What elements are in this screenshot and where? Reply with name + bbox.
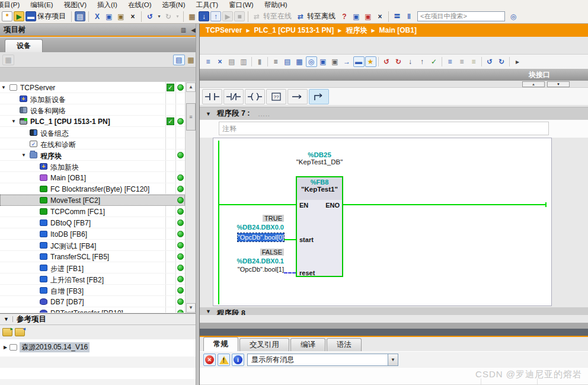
menu-item-5[interactable]: 选项(N) [157, 1, 191, 9]
favorites-icon[interactable]: ★ [365, 56, 376, 67]
new-project-icon[interactable]: * [2, 11, 12, 21]
tree-row[interactable]: MoveTest [FC2] [0, 195, 185, 206]
reference-project-label[interactable]: 森源2019.05.14_V16 [20, 342, 90, 352]
inspector-tab-0[interactable]: 常规 [203, 337, 238, 351]
breadcrumb-item-2[interactable]: 程序块 [346, 26, 367, 36]
print-icon[interactable]: ▤ [75, 11, 85, 21]
start-simulation-icon[interactable]: ▣ [351, 11, 362, 21]
undo-dropdown-icon[interactable]: ▾ [156, 11, 162, 21]
tree-row[interactable]: FC Blocktransfer(Byte) [FC120] [0, 183, 185, 195]
tree-row[interactable]: DBTestTransfer [DB10] [0, 307, 185, 313]
tree-item-label[interactable]: JC测试1 [FB4] [50, 241, 96, 252]
tree-row[interactable]: ▼程序块 [0, 149, 185, 161]
reset-operand[interactable]: FALSE %DB24.DBX0.1 "OpcDb".bool[1] [213, 246, 284, 273]
block-interface-bar[interactable]: 块接口 [200, 69, 588, 81]
more-icon[interactable]: ▸ [512, 56, 523, 67]
absolute-operands-icon[interactable]: ▬ [353, 56, 365, 67]
cut-icon[interactable]: X [92, 11, 103, 21]
operand-symbol-selected[interactable]: "OpcDb".bool[0] [238, 233, 284, 241]
menu-item-7[interactable]: 窗口(W) [223, 1, 259, 9]
inspector-tab-1[interactable]: 交叉引用 [239, 338, 289, 351]
inspector-tab-2[interactable]: 编译 [290, 338, 325, 351]
tree-item-label[interactable]: TransferSCL [FB5] [50, 253, 109, 261]
tree-row[interactable]: +添加新设备 [0, 93, 185, 104]
tree-row[interactable]: +添加新块 [0, 161, 185, 172]
operand-address[interactable]: %DB24.DBX0.0 [213, 223, 284, 231]
ladder-canvas[interactable]: %DB25 "KepTest1_DB" %FB8 "KepTest1" EN E… [213, 138, 552, 306]
tree-item-label[interactable]: 自增 [FB3] [50, 287, 84, 297]
tree-item-label[interactable]: TCPServer [20, 84, 55, 92]
paste-icon[interactable]: ▣ [116, 11, 126, 21]
save-project-icon[interactable]: ▬ [25, 11, 36, 21]
fb-call-block[interactable]: %FB8 "KepTest1" EN ENO start reset [296, 176, 343, 277]
start-pin[interactable]: start [299, 236, 314, 243]
undo-icon[interactable]: ↺ [145, 11, 155, 21]
tree-row[interactable]: DBtoQ [FB7] [0, 217, 185, 228]
add-device-table-icon[interactable]: ▦ [2, 55, 14, 65]
show-errors-icon[interactable]: × [203, 354, 216, 366]
tree-row[interactable]: 上升沿Test [FB2] [0, 273, 185, 285]
tree-row[interactable]: JC测试1 [FB4] [0, 240, 185, 251]
insert-network-icon[interactable]: ≡ [203, 56, 214, 67]
scrollbar-handle[interactable]: ≡ [186, 103, 196, 131]
tree-row[interactable]: ✓在线和诊断 [0, 138, 185, 149]
open-reference-icon[interactable]: ▸ [2, 328, 12, 336]
expander-icon[interactable]: ▼ [1, 85, 6, 90]
instance-db-name[interactable]: "KepTest1_DB" [272, 158, 367, 166]
free-comment-icon[interactable]: ◎ [306, 56, 317, 67]
tree-row[interactable]: ▼PLC_1 [CPU 1513-1 PN]✓ [0, 116, 185, 127]
insert-empty-box-icon[interactable]: ▣ [318, 56, 329, 67]
tree-item-label[interactable]: 上升沿Test [FB2] [50, 275, 104, 285]
interface-expand-icon[interactable]: ▲ [522, 81, 545, 87]
redo-dropdown-icon[interactable]: ▾ [175, 11, 180, 21]
instance-db-label[interactable]: %DB25 "KepTest1_DB" [272, 151, 367, 166]
open-project-icon[interactable]: ▶ [14, 11, 24, 21]
accessible-devices-icon[interactable]: ? [339, 11, 350, 21]
tree-row[interactable]: DB7 [DB7] [0, 296, 185, 307]
tree-item-label[interactable]: DBtoQ [FB7] [50, 219, 91, 227]
tree-item-label[interactable]: MoveTest [FC2] [50, 196, 100, 205]
dependency-structure-icon[interactable]: ≡ [468, 56, 480, 67]
tree-item-label[interactable]: 程序块 [40, 151, 62, 161]
breadcrumb-item-0[interactable]: TCPServer [206, 26, 242, 34]
split-editor-vertical-icon[interactable]: ‖ [404, 11, 414, 21]
show-info-icon[interactable]: i [232, 354, 244, 366]
details-view-icon[interactable]: ▤ [173, 55, 185, 65]
open-all-networks-icon[interactable]: ▤ [282, 56, 293, 67]
network-comment-input[interactable]: 注释 [219, 122, 549, 135]
no-contact-icon[interactable] [202, 89, 222, 104]
menu-item-0[interactable]: 项目(P) [0, 1, 25, 9]
go-to-error-icon[interactable]: ↻ [393, 56, 404, 67]
tree-item-label[interactable]: 设备组态 [40, 129, 69, 139]
coil-icon[interactable] [245, 89, 265, 104]
expander-icon[interactable]: ▼ [11, 119, 16, 124]
tree-row[interactable]: 自增 [FB3] [0, 285, 185, 296]
auto-collapse-icon[interactable]: ▥ [181, 27, 186, 33]
download-block-icon[interactable]: ↓ [405, 56, 416, 67]
next-network-header[interactable]: ▼ 程序段 8 [200, 307, 588, 315]
tree-item-label[interactable]: Main [OB1] [50, 174, 86, 182]
tree-row[interactable]: Main [OB1] [0, 172, 185, 183]
en-pin[interactable]: EN [299, 202, 308, 209]
tree-item-label[interactable]: TCPComm [FC1] [50, 208, 105, 216]
tree-scrollbar[interactable]: ▲ ≡ ▼ [185, 82, 196, 313]
split-editor-horizontal-icon[interactable]: 〓 [392, 11, 402, 21]
expander-icon[interactable]: ▼ [21, 152, 26, 158]
delete-icon[interactable]: × [127, 11, 138, 21]
scroll-down-icon[interactable]: ▼ [186, 303, 196, 313]
tree-row[interactable]: 步进 [FB1] [0, 262, 185, 273]
collapse-panel-icon[interactable]: ◀ [191, 27, 196, 33]
operand-symbol[interactable]: "OpcDb".bool[1] [213, 265, 284, 273]
empty-box-icon[interactable]: ?? [266, 89, 286, 104]
tree-item-label[interactable]: ItoDB [FB6] [50, 230, 87, 238]
instance-db-address[interactable]: %DB25 [272, 151, 367, 158]
splitter-bar-dark[interactable] [200, 329, 588, 336]
tree-item-label[interactable]: FC Blocktransfer(Byte) [FC120] [50, 185, 149, 193]
cross-reference-icon[interactable]: × [375, 11, 385, 21]
go-online-label[interactable]: 转至在线 [263, 11, 292, 21]
tree-item-label[interactable]: 添加新设备 [30, 95, 66, 105]
delete-network-icon[interactable]: × [215, 56, 226, 67]
start-cpu-icon[interactable]: ▶ [222, 11, 233, 21]
breadcrumb-item-3[interactable]: Main [OB1] [379, 26, 417, 34]
scroll-up-icon[interactable]: ▲ [186, 82, 196, 92]
